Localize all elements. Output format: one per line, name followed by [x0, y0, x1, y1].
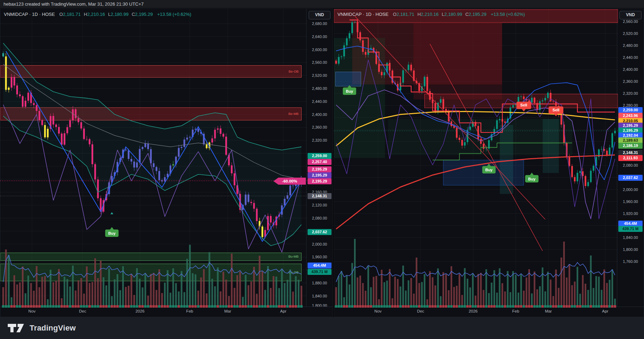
time-tick-label: Nov — [29, 309, 36, 313]
svg-text:Be-OB: Be-OB — [289, 69, 299, 73]
time-tick-label: Dec — [79, 309, 86, 313]
price-value-label: 2,195.29 — [308, 166, 332, 172]
ohlc-key: O — [59, 12, 63, 17]
price-tick-label: 2,520.00 — [617, 31, 644, 36]
measure-percent-label: -60.00% — [273, 178, 306, 185]
bar-color-strip — [2, 305, 303, 308]
chart-pane-left[interactable]: VNMIDCAP · 1D · HOSE O2,181.71H2,210.16L… — [0, 8, 333, 317]
ohlc-value: 2,181.71 — [63, 12, 81, 17]
price-tick-label: 1,960.00 — [617, 199, 644, 204]
ohlc-key: C — [132, 12, 135, 17]
sell-signal-badge: Sell — [516, 101, 531, 111]
ohlc-values: O2,181.71H2,210.16L2,180.99C2,195.29 — [390, 12, 487, 17]
chart-canvas[interactable]: BuySellSellBuyBuy — [334, 9, 618, 308]
symbol-legend: VNMIDCAP · 1D · HOSE O2,181.71H2,210.16L… — [4, 12, 191, 17]
price-tick-label: 2,560.00 — [617, 19, 644, 24]
price-value-label: 439.71 M — [618, 226, 643, 232]
price-value-label: 2,259.00 — [308, 153, 332, 159]
signal-arrow-icon — [111, 212, 113, 214]
price-tick-label: 1,760.00 — [617, 259, 644, 264]
svg-text:Buy: Buy — [485, 168, 493, 172]
price-value-label: 2,037.62 — [308, 229, 332, 235]
price-tick-label: 2,480.00 — [307, 86, 333, 91]
time-tick-label: Mar — [224, 309, 231, 313]
price-value-label: 439.71 M — [308, 269, 332, 275]
zones-layer — [334, 10, 618, 194]
price-tick-label: 2,080.00 — [307, 216, 333, 221]
currency-toggle-button[interactable]: VND — [309, 11, 330, 19]
time-tick-label: 2026 — [135, 309, 145, 313]
ohlc-key: L — [442, 12, 444, 17]
currency-toggle-button[interactable]: VND — [619, 11, 642, 19]
price-tick-label: 1,920.00 — [617, 211, 644, 216]
price-tick-label: 1,840.00 — [617, 235, 644, 240]
ohlc-value: 2,180.99 — [444, 12, 462, 17]
time-tick-label: Nov — [374, 309, 381, 313]
buy-signal-badge: Buy — [105, 227, 119, 237]
price-tick-label: 1,840.00 — [307, 294, 333, 298]
bar-color-strip — [335, 305, 616, 308]
ohlc-key: O — [393, 12, 397, 17]
ohlc-key: L — [108, 12, 111, 17]
symbol-title: VNMIDCAP · 1D · HOSE — [337, 12, 389, 17]
change-value: +13.58 (+0.62%) — [157, 12, 191, 17]
price-tick-label: 2,480.00 — [617, 43, 644, 48]
ohlc-key: H — [84, 12, 87, 17]
price-tick-label: 2,440.00 — [617, 55, 644, 60]
price-tick-label: 1,960.00 — [307, 254, 333, 259]
price-tick-label: 2,400.00 — [617, 67, 644, 72]
ohlc-value: 2,195.29 — [135, 12, 153, 17]
volume-layer — [335, 239, 616, 308]
tradingview-wordmark: TradingView — [30, 323, 76, 333]
price-value-label: 2,186.19 — [618, 143, 643, 149]
ohlc-value: 2,181.71 — [397, 12, 415, 17]
price-tick-label: 1,880.00 — [307, 281, 333, 285]
price-axis[interactable]: VND 2,680.002,640.002,600.002,560.002,52… — [306, 9, 333, 307]
time-tick-label: Apr — [602, 309, 608, 313]
svg-text:Sell: Sell — [553, 108, 560, 112]
svg-text:Bu-MB: Bu-MB — [288, 254, 298, 258]
price-value-label: 2,111.93 — [618, 155, 643, 161]
ohlc-value: 2,210.16 — [421, 12, 439, 17]
price-value-label: 2,195.29 — [308, 172, 332, 178]
svg-text:Buy: Buy — [346, 89, 354, 93]
price-tick-label: 2,000.00 — [307, 242, 333, 247]
symbol-legend: VNMIDCAP · 1D · HOSE O2,181.71H2,210.16L… — [337, 12, 525, 17]
price-tick-label: 2,640.00 — [307, 34, 333, 39]
chart-pane-right[interactable]: VNMIDCAP · 1D · HOSE O2,181.71H2,210.16L… — [334, 8, 644, 317]
price-tick-label: 2,320.00 — [307, 138, 333, 143]
ohlc-value: 2,180.99 — [111, 12, 129, 17]
time-axis[interactable]: NovDec2026FebMarApr — [0, 307, 333, 317]
price-tick-label: 2,400.00 — [307, 112, 333, 117]
time-tick-label: 2026 — [469, 309, 478, 313]
footer-bar: TradingView — [0, 317, 644, 339]
price-value-label: 454.4M — [308, 263, 332, 269]
watermark-bar: hebax123 created with TradingView.com, M… — [0, 0, 644, 8]
price-tick-label: 2,560.00 — [307, 60, 333, 65]
svg-text:Buy: Buy — [108, 231, 116, 235]
ohlc-value: 2,210.16 — [87, 12, 105, 17]
price-tick-label: 2,120.00 — [307, 203, 333, 208]
price-value-label: 2,037.62 — [618, 175, 643, 181]
watermark-text: hebax123 created with TradingView.com, M… — [4, 1, 144, 7]
svg-text:Buy: Buy — [528, 177, 536, 181]
price-tick-label: 1,800.00 — [617, 247, 644, 252]
time-tick-label: Feb — [512, 309, 519, 313]
time-tick-label: Dec — [417, 309, 424, 313]
chart-canvas[interactable]: Be-OBBe-MBBu-MBBu-OBBuy — [0, 9, 307, 308]
ohlc-value: 2,195.29 — [469, 12, 487, 17]
tradingview-logo-icon[interactable] — [7, 322, 25, 334]
time-axis[interactable]: NovDec2026FebMarApr — [334, 307, 644, 317]
ohlc-key: C — [465, 12, 468, 17]
price-tick-label: 2,360.00 — [617, 79, 644, 84]
price-tick-label: 2,320.00 — [617, 91, 644, 96]
price-value-label: 2,148.31 — [308, 193, 332, 199]
chart-workspace: VNMIDCAP · 1D · HOSE O2,181.71H2,210.16L… — [0, 8, 644, 317]
ohlc-values: O2,181.71H2,210.16L2,180.99C2,195.29 — [56, 12, 153, 17]
buy-signal-badge: Buy — [525, 173, 538, 183]
time-tick-label: Apr — [280, 309, 286, 313]
price-axis[interactable]: VND 2,560.002,520.002,480.002,440.002,40… — [617, 9, 644, 307]
time-tick-label: Mar — [545, 309, 552, 313]
ohlc-key: H — [417, 12, 421, 17]
price-tick-label: 2,080.00 — [617, 163, 644, 168]
